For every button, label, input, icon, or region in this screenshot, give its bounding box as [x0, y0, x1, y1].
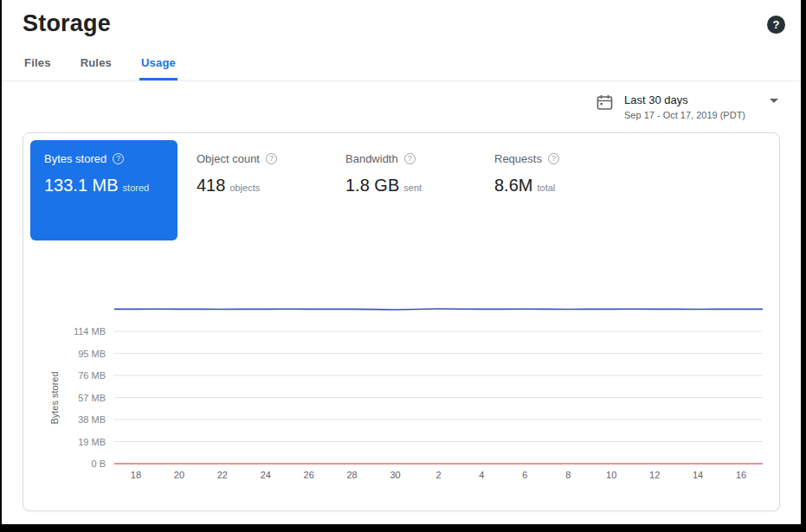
metric-card-bytes-stored[interactable]: Bytes stored ? 133.1 MB stored [30, 140, 177, 240]
x-tick-label: 30 [390, 470, 400, 480]
date-range-selector[interactable]: Last 30 days Sep 17 - Oct 17, 2019 (PDT) [596, 93, 778, 120]
tab-bar: Files Rules Usage [2, 51, 801, 81]
x-tick-label: 8 [565, 470, 571, 480]
metric-card-object-count[interactable]: Object count ? 418 objects [177, 140, 326, 240]
x-tick-label: 6 [522, 470, 527, 480]
x-tick-label: 24 [261, 470, 271, 480]
x-tick-label: 4 [479, 470, 484, 480]
x-tick-label: 20 [174, 470, 184, 480]
y-tick-label: 19 MB [78, 437, 106, 447]
metric-label-text: Requests [494, 152, 542, 165]
date-range-texts: Last 30 days Sep 17 - Oct 17, 2019 (PDT) [624, 93, 778, 120]
y-tick-label: 57 MB [78, 393, 106, 403]
x-tick-label: 10 [606, 470, 616, 480]
metric-value: 418 [197, 176, 225, 195]
x-tick-label: 16 [736, 470, 746, 480]
y-tick-label: 114 MB [74, 326, 106, 337]
metric-value: 8.6M [494, 176, 532, 195]
y-tick-label: 38 MB [78, 414, 106, 425]
metric-unit: stored [123, 183, 150, 193]
y-tick-label: 95 MB [78, 349, 106, 359]
tab-rules[interactable]: Rules [79, 51, 113, 80]
app-window: Storage ? Files Rules Usage Last 30 days… [0, 0, 806, 532]
metric-unit: objects [229, 183, 260, 193]
metric-unit: total [537, 183, 555, 193]
help-circle-icon: ? [266, 153, 277, 164]
y-axis-label: Bytes stored [49, 371, 60, 424]
x-tick-label: 26 [304, 470, 314, 480]
help-circle-icon: ? [113, 153, 124, 164]
y-tick-label: 76 MB [78, 370, 106, 381]
metric-unit: sent [403, 183, 422, 193]
metric-row: Bytes stored ? 133.1 MB stored Object co… [23, 133, 779, 247]
help-icon[interactable]: ? [767, 16, 785, 34]
x-tick-label: 14 [693, 470, 703, 480]
x-tick-label: 2 [435, 470, 441, 480]
metric-value: 1.8 GB [345, 176, 399, 195]
page-header: Storage ? [2, 0, 801, 37]
series-line-bytes-stored [114, 309, 763, 310]
metric-label-text: Bandwidth [345, 152, 398, 165]
metric-value: 133.1 MB [44, 176, 119, 195]
x-tick-label: 28 [347, 470, 358, 480]
metric-label: Object count ? [197, 152, 326, 165]
metric-label-text: Object count [197, 152, 260, 165]
x-tick-label: 22 [217, 470, 228, 480]
help-circle-icon: ? [404, 153, 416, 164]
tab-usage[interactable]: Usage [139, 51, 177, 80]
date-range-label: Last 30 days [624, 93, 688, 106]
metric-card-requests[interactable]: Requests ? 8.6M total [475, 140, 624, 240]
metric-label: Bandwidth ? [345, 152, 475, 165]
y-tick-label: 0 B [91, 458, 106, 469]
calendar-icon [596, 94, 613, 111]
metric-label: Requests ? [494, 152, 624, 165]
x-tick-label: 12 [649, 470, 660, 480]
date-range-row: Last 30 days Sep 17 - Oct 17, 2019 (PDT) [2, 81, 801, 120]
tab-files[interactable]: Files [23, 51, 53, 80]
usage-card: 114 MB95 MB76 MB57 MB38 MB19 MB0 B182022… [23, 132, 780, 511]
date-range-detail: Sep 17 - Oct 17, 2019 (PDT) [624, 110, 778, 120]
x-tick-label: 18 [131, 470, 141, 480]
chevron-down-icon [770, 99, 778, 103]
metric-label: Bytes stored ? [44, 152, 165, 165]
page-title: Storage [23, 10, 111, 37]
metric-card-bandwidth[interactable]: Bandwidth ? 1.8 GB sent [326, 140, 475, 240]
metric-label-text: Bytes stored [44, 152, 106, 165]
help-circle-icon: ? [548, 153, 559, 164]
